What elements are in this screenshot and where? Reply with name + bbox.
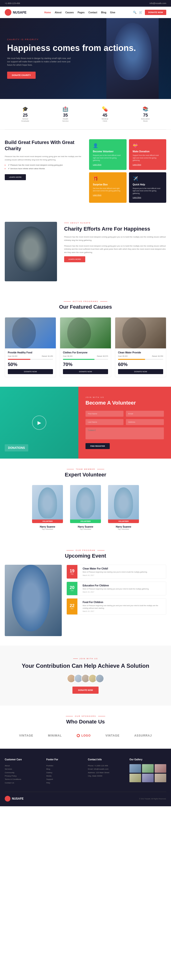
hero-tag: Charity Is Priority — [7, 38, 164, 41]
card-help-link[interactable]: Learn More — [133, 197, 141, 198]
cause-food-meta: Goal: $4,000 Raised: $2,450 — [8, 355, 53, 357]
stats-section: 🎓 25 School Graduate 🏥 35 Health Service… — [0, 99, 171, 129]
event-1: 19 Sep Clean Water For Child! More of Pl… — [66, 565, 166, 579]
contribution-tag-text: JOIN WITH US — [79, 657, 98, 660]
form-submit-button[interactable]: FIND REGISTER — [86, 443, 110, 449]
footer-link-media[interactable]: Media — [46, 775, 83, 778]
stat-health: 🏥 35 Health Service — [62, 106, 69, 122]
about-desc1: Pleasure has the most recent most deepes… — [5, 155, 82, 161]
events-title: Upcoming Event — [5, 553, 166, 559]
last-name-input[interactable] — [86, 419, 124, 425]
hero-title: Happiness comes from actions. — [7, 43, 164, 53]
footer-link-portfolio[interactable]: Portfolio — [46, 764, 83, 767]
email-input[interactable] — [126, 411, 164, 417]
cause-clothes-meta: Goal: $6,000 Raised: $3,570 — [63, 355, 108, 357]
card-surprise-title: Surprise Box — [93, 183, 123, 186]
footer-link-contact[interactable]: Contact Us — [5, 781, 41, 784]
expert-2: VOLUNTEER Harry Suanne Top Volunteer — [70, 485, 101, 530]
nav-icons: 🔍 🛒 DONATE NOW — [133, 10, 166, 15]
stat-school-label: School — [21, 118, 29, 120]
stat-education: 📚 75 Education Book — [141, 106, 150, 122]
experts-grid: VOLUNTEER Harry Suanne Top Volunteer VOL… — [5, 485, 166, 530]
volunteer-form-title: Become A Volunteer — [86, 400, 164, 406]
address-input[interactable] — [126, 419, 164, 425]
navbar: NUSAFE Home About Causes Pages Contact B… — [0, 7, 171, 18]
events-list: 19 Sep Clean Water For Child! More of Pl… — [66, 565, 166, 636]
cause-water-percent: 60% — [118, 362, 163, 367]
top-icons: info@nusafe.com — [150, 2, 166, 5]
play-button[interactable]: ▶ — [32, 415, 46, 430]
volunteer-icon: 👤 — [93, 143, 123, 148]
cause-food: Provide Healthy Food Goal: $4,000 Raised… — [5, 317, 56, 377]
top-bar: +1-800-123-456 info@nusafe.com — [0, 0, 171, 7]
contribution-donate-button[interactable]: DONATE NOW — [73, 687, 98, 694]
search-icon[interactable]: 🔍 — [133, 11, 136, 14]
card-surprise-link[interactable]: Learn More — [93, 194, 101, 196]
cause-food-donate-button[interactable]: DONATE NOW — [8, 369, 53, 374]
footer-link-terms[interactable]: Terms & Conditions — [5, 778, 41, 781]
hero-donate-button[interactable]: DONATE CHARITY — [7, 72, 36, 79]
card-volunteer-link[interactable]: Learn More — [93, 164, 101, 165]
about-learn-button[interactable]: LEARN MORE — [5, 174, 26, 180]
nav-about[interactable]: About — [55, 11, 62, 14]
cause-water-body: Clean Water Provide Goal: $5,000 Raised:… — [115, 348, 166, 377]
volunteer-form-area: JOIN WITH US Become A Volunteer FIND REG… — [78, 387, 171, 458]
event-1-title: Clean Water For Child! — [83, 567, 164, 570]
footer-link-privacy[interactable]: Privacy Policy — [5, 775, 41, 778]
logo[interactable]: NUSAFE — [5, 9, 27, 16]
cause-water-donate-button[interactable]: DONATE NOW — [118, 369, 163, 374]
footer-link-about[interactable]: About — [5, 764, 41, 767]
footer-link-services[interactable]: Services — [5, 767, 41, 771]
card-donation-title: Make Donation — [133, 150, 163, 153]
efforts-learn-button[interactable]: LEARN MORE — [64, 256, 85, 262]
featured-title: Our Featured Causes — [5, 304, 166, 310]
footer-link-community[interactable]: Community — [5, 771, 41, 775]
events-layout: 19 Sep Clean Water For Child! More of Pl… — [5, 565, 166, 636]
logo-icon — [5, 9, 11, 16]
footer-link-blog[interactable]: Blog — [46, 767, 83, 771]
expert-2-role: Top Volunteer — [70, 528, 101, 530]
event-2-desc: More of Pleasure beginning now starting … — [83, 588, 164, 590]
first-name-input[interactable] — [86, 411, 124, 417]
footer-link-support[interactable]: Support — [46, 778, 83, 781]
school-icon: 🎓 — [21, 106, 29, 112]
cart-icon[interactable]: 🛒 — [139, 11, 142, 14]
cause-clothes-progress — [63, 359, 95, 360]
card-surprise: 🎁 Surprise Box Get from the most difficu… — [89, 172, 127, 203]
expert-3-name: Harry Suanne — [108, 525, 139, 528]
medical-icon: 💊 — [102, 106, 108, 112]
about-title: Build Great Futures With Great Charity — [5, 139, 82, 151]
footer-gallery-grid — [130, 764, 166, 782]
nav-pages[interactable]: Pages — [78, 11, 84, 14]
nav-home[interactable]: Home — [44, 11, 51, 14]
nav-contact[interactable]: Contact — [88, 11, 97, 14]
cause-clothes-donate-button[interactable]: DONATE NOW — [63, 369, 108, 374]
card-donation-link[interactable]: Learn More — [133, 164, 141, 165]
expert-1: VOLUNTEER Harry Suanne Top Volunteer — [32, 485, 63, 530]
nav-causes[interactable]: Causes — [65, 11, 74, 14]
donor-4: VINTAGE — [102, 732, 123, 739]
nav-give[interactable]: Give — [110, 11, 116, 14]
footer-address: Address: 123 Main Street — [88, 771, 125, 775]
event-3-title: Food For Children — [83, 601, 164, 603]
comment-textarea[interactable] — [86, 427, 164, 439]
donate-button[interactable]: DONATE NOW — [145, 10, 166, 15]
footer-logo-icon — [5, 796, 11, 802]
event-3-info: Food For Children More of Pleasure begin… — [80, 598, 166, 614]
form-row-2 — [86, 419, 164, 425]
footer-link-faq[interactable]: FAQ — [46, 781, 83, 784]
stat-medical: 💊 45 Medical Clerk — [102, 106, 108, 122]
event-1-meta: March 24, 2017 — [83, 574, 164, 576]
event-2-info: Education For Children More of Pleasure … — [80, 582, 166, 595]
footer-contact-title: Contact Info — [88, 758, 125, 761]
contribution-tag: JOIN WITH US — [5, 657, 166, 660]
stat-health-label: Health — [62, 118, 69, 120]
about-list-item-1: ✔ Pleasure has the most recent most deep… — [5, 163, 82, 167]
nav-blog[interactable]: Blog — [101, 11, 106, 14]
event-1-info: Clean Water For Child! More of Pleasure … — [80, 565, 166, 579]
cause-food-progress — [8, 359, 30, 360]
cause-water-goal: Goal: $5,000 — [118, 355, 128, 357]
donor-1: VINTAGE — [16, 732, 37, 739]
stat-school-number: 25 — [21, 113, 29, 118]
footer-link-gallery[interactable]: Gallery — [46, 771, 83, 775]
